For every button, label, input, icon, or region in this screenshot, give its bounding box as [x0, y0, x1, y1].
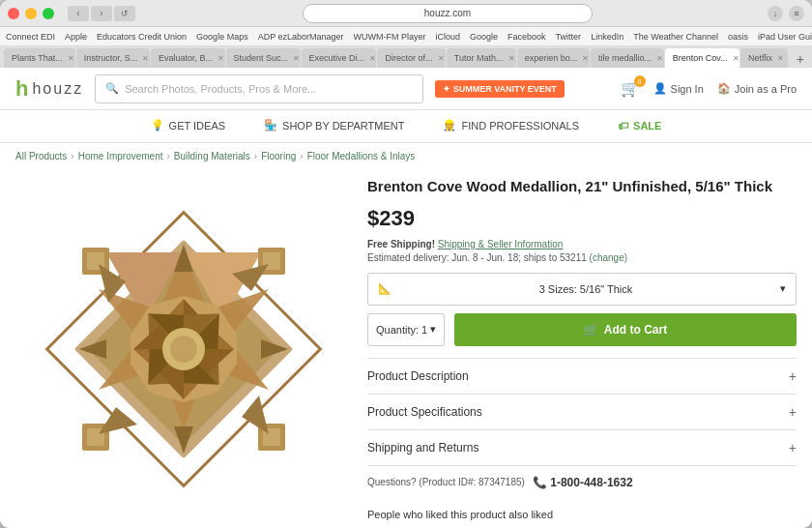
questions-row: Questions? (Product ID#: 87347185) 📞 1-8…: [367, 465, 797, 499]
close-button[interactable]: [8, 8, 19, 19]
bc-all-products[interactable]: All Products: [15, 151, 67, 161]
sign-in-link[interactable]: 👤 Sign In: [653, 82, 704, 95]
person-icon: 👷: [443, 119, 456, 132]
tab-netflix[interactable]: Netflix✕: [740, 48, 788, 68]
size-selector[interactable]: 📐 3 Sizes: 5/16" Thick ▾: [367, 273, 797, 306]
tab-close-executive[interactable]: ✕: [369, 54, 376, 63]
tab-plants[interactable]: Plants That...✕: [4, 48, 75, 68]
forward-button[interactable]: ›: [91, 6, 112, 21]
bookmark-connectedi[interactable]: Connect EDI: [6, 32, 55, 42]
tab-director[interactable]: Director of...✕: [377, 48, 445, 68]
bookmark-educators[interactable]: Educators Credit Union: [97, 32, 187, 42]
tab-brenton[interactable]: Brenton Cov...✕: [665, 48, 740, 68]
nav-find-professionals[interactable]: 👷 FIND PROFESSIONALS: [443, 110, 579, 142]
lightbulb-icon: 💡: [151, 119, 164, 132]
bookmark-facebook[interactable]: Facebook: [508, 32, 546, 42]
maximize-button[interactable]: [43, 8, 54, 19]
address-bar[interactable]: houzz.com: [303, 4, 593, 23]
product-details: Brenton Cove Wood Medallion, 21" Unfinis…: [367, 169, 812, 528]
browser-icons: ↓ ≡: [768, 6, 804, 21]
new-tab-button[interactable]: +: [793, 50, 808, 68]
back-button[interactable]: ‹: [68, 6, 89, 21]
shipping-returns-accordion[interactable]: Shipping and Returns +: [367, 429, 797, 465]
product-description-accordion[interactable]: Product Description +: [367, 358, 797, 394]
join-as-pro-link[interactable]: 🏠 Join as a Pro: [717, 82, 797, 95]
nav-get-ideas[interactable]: 💡 GET IDEAS: [151, 110, 225, 142]
tab-close-instructor[interactable]: ✕: [142, 54, 149, 63]
bookmark-linkedin[interactable]: LinkedIn: [591, 32, 624, 42]
cart-badge: 0: [634, 75, 646, 87]
expand-description-icon: +: [789, 368, 797, 384]
shipping-link[interactable]: Shipping & Seller Information: [438, 239, 564, 249]
houzz-logo[interactable]: h houzz: [15, 76, 83, 102]
bookmark-maps[interactable]: Google Maps: [196, 32, 248, 42]
tab-experien[interactable]: experien bo...✕: [517, 48, 590, 68]
svg-point-24: [170, 336, 197, 363]
product-description-label: Product Description: [367, 369, 469, 383]
tab-close-experien[interactable]: ✕: [582, 54, 589, 63]
summer-event-button[interactable]: ✦ SUMMER VANITY EVENT: [435, 80, 565, 98]
nav-sale[interactable]: 🏷 SALE: [618, 110, 661, 142]
bookmark-adp[interactable]: ADP ezLaborManager: [258, 32, 344, 42]
tab-close-brenton[interactable]: ✕: [733, 54, 740, 63]
site-content: h houzz 🔍 Search Photos, Products, Pros …: [0, 68, 812, 528]
dropdown-arrow-icon: ▾: [780, 282, 786, 295]
tab-close-netflix[interactable]: ✕: [777, 54, 784, 63]
tab-student[interactable]: Student Suc...✕: [226, 48, 301, 68]
download-icon[interactable]: ↓: [768, 6, 783, 21]
search-bar[interactable]: 🔍 Search Photos, Products, Pros & More..…: [95, 74, 423, 103]
expand-shipping-icon: +: [789, 440, 797, 455]
tab-executive[interactable]: Executive Di...✕: [302, 48, 377, 68]
tab-close-tile[interactable]: ✕: [656, 54, 663, 63]
get-ideas-label: GET IDEAS: [169, 120, 225, 132]
also-liked-section: People who liked this product also liked…: [367, 499, 797, 529]
tab-evaluator[interactable]: Evaluator, B...✕: [151, 48, 225, 68]
shop-by-dept-label: SHOP BY DEPARTMENT: [282, 120, 404, 132]
bc-sep-3: ›: [254, 151, 257, 161]
join-as-pro-label: Join as a Pro: [735, 83, 797, 95]
logo-h-icon: h: [15, 76, 28, 102]
tab-close-tutor[interactable]: ✕: [508, 54, 515, 63]
change-location-link[interactable]: (change): [590, 252, 627, 263]
tab-tile[interactable]: tile medallio...✕: [591, 48, 664, 68]
product-image: [29, 194, 338, 504]
settings-icon[interactable]: ≡: [789, 6, 804, 21]
svg-marker-39: [99, 407, 137, 434]
bc-floor-medallions[interactable]: Floor Medallions & Inlays: [307, 151, 416, 161]
bc-flooring[interactable]: Flooring: [261, 151, 296, 161]
product-specifications-accordion[interactable]: Product Specifications +: [367, 394, 797, 429]
tab-close-student[interactable]: ✕: [293, 54, 300, 63]
sale-label: SALE: [633, 120, 661, 132]
bookmark-wuwm[interactable]: WUWM-FM Player: [354, 32, 426, 42]
main-nav: 💡 GET IDEAS 🏪 SHOP BY DEPARTMENT 👷 FIND …: [0, 110, 812, 143]
bc-building-materials[interactable]: Building Materials: [174, 151, 250, 161]
delivery-info: Estimated delivery: Jun. 8 - Jun. 18; sh…: [367, 252, 797, 263]
bookmark-oasis[interactable]: oasis: [728, 32, 748, 42]
bookmark-twitter[interactable]: Twitter: [556, 32, 582, 42]
delivery-text: Estimated delivery: Jun. 8 - Jun. 18; sh…: [367, 252, 590, 263]
tab-close-director[interactable]: ✕: [438, 54, 445, 63]
tab-instructor[interactable]: Instructor, S...✕: [76, 48, 150, 68]
titlebar: ‹ › ↺ houzz.com ↓ ≡: [0, 0, 812, 27]
tab-close-evaluator[interactable]: ✕: [218, 54, 224, 63]
also-liked-title: People who liked this product also liked: [367, 509, 797, 520]
phone-number[interactable]: 📞 1-800-448-1632: [533, 476, 633, 489]
bookmark-ipad[interactable]: iPad User Guide: [758, 32, 812, 42]
add-to-cart-button[interactable]: 🛒 Add to Cart: [454, 313, 797, 346]
bookmark-icloud[interactable]: iCloud: [436, 32, 461, 42]
bookmark-google[interactable]: Google: [470, 32, 498, 42]
bc-home-improvement[interactable]: Home Improvement: [78, 151, 163, 161]
bookmark-apple[interactable]: Apple: [65, 32, 87, 42]
refresh-button[interactable]: ↺: [114, 6, 135, 21]
quantity-selector[interactable]: Quantity: 1 ▾: [367, 313, 445, 346]
nav-shop-by-dept[interactable]: 🏪 SHOP BY DEPARTMENT: [264, 110, 404, 142]
quantity-label: Quantity: 1: [376, 324, 427, 336]
cart-container: 🛒 0: [621, 79, 640, 98]
url-text: houzz.com: [424, 8, 471, 18]
tab-close-plants[interactable]: ✕: [68, 54, 74, 63]
bookmark-weather[interactable]: The Weather Channel: [633, 32, 718, 42]
user-icon: 👤: [653, 82, 667, 95]
minimize-button[interactable]: [25, 8, 37, 19]
tab-tutor[interactable]: Tutor Math...✕: [447, 48, 516, 68]
find-professionals-label: FIND PROFESSIONALS: [461, 120, 579, 132]
